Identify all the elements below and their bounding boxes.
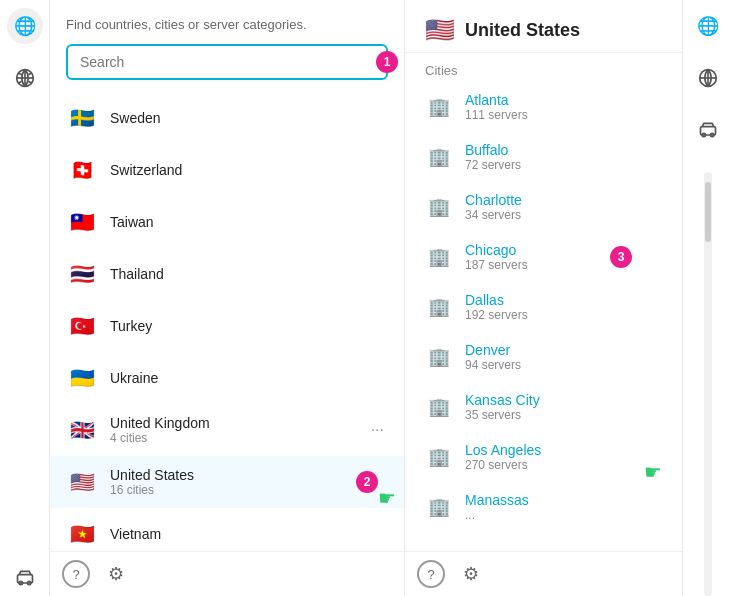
city-building-icon: 🏢 <box>425 343 453 371</box>
list-item[interactable]: 🇺🇦 Ukraine <box>50 352 404 404</box>
flag-sweden: 🇸🇪 <box>66 102 98 134</box>
flag-switzerland: 🇨🇭 <box>66 154 98 186</box>
help-button-right[interactable]: ? <box>417 560 445 588</box>
list-item[interactable]: 🇬🇧 United Kingdom 4 cities ··· <box>50 404 404 456</box>
country-sub: 4 cities <box>110 431 367 445</box>
city-name: Denver <box>465 342 662 358</box>
city-info: Chicago 187 servers <box>465 242 662 272</box>
list-item[interactable]: 🏢 Dallas 192 servers <box>405 282 682 332</box>
city-servers: 72 servers <box>465 158 662 172</box>
list-item[interactable]: 🏢 Los Angeles 270 servers ☛ <box>405 432 682 482</box>
city-info: Charlotte 34 servers <box>465 192 662 222</box>
list-item[interactable]: 🏢 Charlotte 34 servers <box>405 182 682 232</box>
dots-button[interactable]: ··· <box>367 417 388 443</box>
country-list: 🇸🇪 Sweden 🇨🇭 Switzerland 🇹🇼 Taiwan 🇹🇭 Th… <box>50 88 404 551</box>
hint-text: Find countries, cities or server categor… <box>66 16 388 34</box>
city-building-icon: 🏢 <box>425 293 453 321</box>
city-name: Kansas City <box>465 392 662 408</box>
flag-ukraine: 🇺🇦 <box>66 362 98 394</box>
country-panel: Find countries, cities or server categor… <box>50 0 405 596</box>
city-name: Buffalo <box>465 142 662 158</box>
list-item[interactable]: 🏢 Buffalo 72 servers <box>405 132 682 182</box>
list-item[interactable]: 🇻🇳 Vietnam <box>50 508 404 551</box>
country-info-vietnam: Vietnam <box>110 526 388 542</box>
country-info-ukraine: Ukraine <box>110 370 388 386</box>
list-item[interactable]: 🏢 Denver 94 servers <box>405 332 682 382</box>
list-item[interactable]: 🇨🇭 Switzerland <box>50 144 404 196</box>
gear-icon-right: ⚙ <box>463 563 479 585</box>
right-panel-footer: ? ⚙ <box>405 551 682 596</box>
cities-label: Cities <box>405 53 682 82</box>
list-item[interactable]: 🏢 Chicago 187 servers 3 <box>405 232 682 282</box>
list-item[interactable]: 🇹🇭 Thailand <box>50 248 404 300</box>
question-mark-icon: ? <box>72 567 79 582</box>
flag-united-states: 🇺🇸 <box>66 466 98 498</box>
city-building-icon: 🏢 <box>425 193 453 221</box>
city-building-icon: 🏢 <box>425 243 453 271</box>
gear-icon: ⚙ <box>108 563 124 585</box>
city-building-icon: 🏢 <box>425 493 453 521</box>
car-nav-button[interactable] <box>7 560 43 596</box>
list-item[interactable]: 🇺🇸 United States 16 cities 2 ☛ <box>50 456 404 508</box>
list-item[interactable]: 🏢 Manassas ... <box>405 482 682 532</box>
city-name: Atlanta <box>465 92 662 108</box>
city-info: Dallas 192 servers <box>465 292 662 322</box>
globe-nav-button[interactable]: 🌐 <box>7 8 43 44</box>
country-info-switzerland: Switzerland <box>110 162 388 178</box>
country-name: Thailand <box>110 266 388 282</box>
list-item[interactable]: 🏢 Kansas City 35 servers <box>405 382 682 432</box>
city-name: Chicago <box>465 242 662 258</box>
list-item[interactable]: 🇸🇪 Sweden <box>50 92 404 144</box>
car-right-button[interactable] <box>690 112 726 148</box>
header-flag: 🇺🇸 <box>425 16 455 44</box>
content-header: 🇺🇸 United States <box>405 0 682 53</box>
city-info: Los Angeles 270 servers <box>465 442 662 472</box>
city-info: Denver 94 servers <box>465 342 662 372</box>
right-sidebar: 🌐 <box>682 0 732 596</box>
globe-vpn-button[interactable] <box>7 60 43 96</box>
globe-right-button[interactable]: 🌐 <box>690 8 726 44</box>
panel-footer: ? ⚙ <box>50 551 404 596</box>
country-sub: 16 cities <box>110 483 388 497</box>
settings-button-right[interactable]: ⚙ <box>457 560 485 588</box>
list-item[interactable]: 🏢 Atlanta 111 servers <box>405 82 682 132</box>
question-mark-right-icon: ? <box>427 567 434 582</box>
flag-taiwan: 🇹🇼 <box>66 206 98 238</box>
flag-turkey: 🇹🇷 <box>66 310 98 342</box>
globe-vpn-right-button[interactable] <box>690 60 726 96</box>
city-servers: 270 servers <box>465 458 662 472</box>
country-info-uk: United Kingdom 4 cities <box>110 415 367 445</box>
city-info: Buffalo 72 servers <box>465 142 662 172</box>
country-info-turkey: Turkey <box>110 318 388 334</box>
cursor-hand-icon: ☛ <box>378 486 396 510</box>
city-servers: ... <box>465 508 662 522</box>
flag-united-kingdom: 🇬🇧 <box>66 414 98 446</box>
badge-2: 2 <box>356 471 378 493</box>
scrollbar-thumb[interactable] <box>705 182 711 242</box>
city-name: Manassas <box>465 492 662 508</box>
search-input[interactable] <box>66 44 388 80</box>
city-servers: 35 servers <box>465 408 662 422</box>
city-info: Kansas City 35 servers <box>465 392 662 422</box>
list-item[interactable]: 🇹🇼 Taiwan <box>50 196 404 248</box>
search-box: 1 <box>66 44 388 80</box>
city-building-icon: 🏢 <box>425 443 453 471</box>
city-name: Charlotte <box>465 192 662 208</box>
settings-button[interactable]: ⚙ <box>102 560 130 588</box>
flag-thailand: 🇹🇭 <box>66 258 98 290</box>
list-item[interactable]: 🇹🇷 Turkey <box>50 300 404 352</box>
help-button[interactable]: ? <box>62 560 90 588</box>
flag-vietnam: 🇻🇳 <box>66 518 98 550</box>
country-name: Switzerland <box>110 162 388 178</box>
country-info-sweden: Sweden <box>110 110 388 126</box>
content-area: 🇺🇸 United States Cities 🏢 Atlanta 111 se… <box>405 0 682 596</box>
country-name: Taiwan <box>110 214 388 230</box>
city-name: Dallas <box>465 292 662 308</box>
country-info-taiwan: Taiwan <box>110 214 388 230</box>
country-name: Sweden <box>110 110 388 126</box>
cities-section: Cities 🏢 Atlanta 111 servers 🏢 Buffalo 7… <box>405 53 682 551</box>
city-building-icon: 🏢 <box>425 393 453 421</box>
city-info: Manassas ... <box>465 492 662 522</box>
scrollbar[interactable] <box>704 172 712 596</box>
cursor-hand-right-icon: ☛ <box>644 460 662 484</box>
